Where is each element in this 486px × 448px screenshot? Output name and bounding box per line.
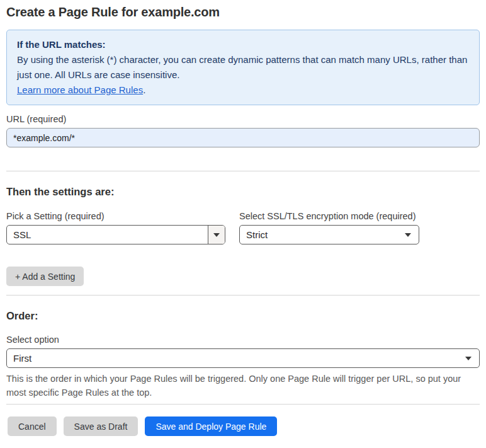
ssl-mode-value: Strict [240, 229, 397, 240]
url-input[interactable] [6, 128, 480, 147]
info-box-link-line: Learn more about Page Rules. [17, 83, 469, 98]
ssl-mode-dropdown[interactable]: Strict [239, 225, 419, 244]
order-select-label: Select option [6, 335, 480, 345]
divider [6, 404, 480, 405]
order-help-text: This is the order in which your Page Rul… [6, 372, 472, 399]
dropdown-arrow-area [458, 357, 479, 360]
cancel-button[interactable]: Cancel [8, 416, 57, 436]
info-box-body: By using the asterisk (*) character, you… [17, 52, 469, 83]
info-box-heading: If the URL matches: [17, 37, 469, 52]
url-field-label: URL (required) [6, 114, 480, 124]
url-match-info-box: If the URL matches: By using the asteris… [6, 30, 480, 105]
setting-picker-dropdown[interactable]: SSL [6, 225, 225, 244]
setting-picker-value: SSL [7, 229, 208, 240]
save-deploy-button[interactable]: Save and Deploy Page Rule [145, 416, 277, 436]
divider [6, 171, 480, 171]
chevron-down-icon [213, 233, 220, 237]
page-rule-form: Create a Page Rule for example.com If th… [0, 0, 486, 436]
page-title: Create a Page Rule for example.com [6, 5, 480, 20]
learn-more-link[interactable]: Learn more about Page Rules [17, 84, 143, 95]
settings-section-heading: Then the settings are: [6, 186, 480, 198]
order-value: First [7, 353, 458, 364]
ssl-mode-label: Select SSL/TLS encryption mode (required… [239, 211, 419, 221]
dropdown-arrow-button[interactable] [208, 226, 225, 244]
chevron-down-icon [465, 357, 472, 360]
order-section-heading: Order: [6, 310, 480, 322]
add-setting-button[interactable]: + Add a Setting [6, 267, 84, 286]
save-draft-button[interactable]: Save as Draft [64, 416, 138, 436]
settings-row: Pick a Setting (required) SSL Select SSL… [6, 211, 480, 244]
setting-picker-column: Pick a Setting (required) SSL [6, 211, 225, 244]
order-dropdown[interactable]: First [6, 348, 480, 368]
dropdown-arrow-area [397, 233, 419, 237]
divider [6, 295, 480, 296]
setting-picker-label: Pick a Setting (required) [6, 211, 225, 221]
footer-actions: Cancel Save as Draft Save and Deploy Pag… [6, 416, 480, 436]
ssl-mode-column: Select SSL/TLS encryption mode (required… [239, 211, 419, 244]
chevron-down-icon [405, 233, 411, 237]
link-suffix: . [143, 84, 145, 95]
